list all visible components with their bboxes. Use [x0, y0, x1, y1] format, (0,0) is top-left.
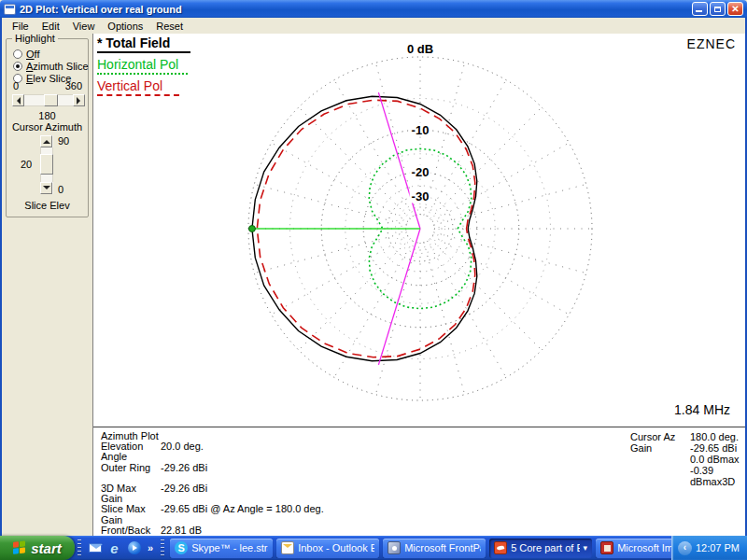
start-button[interactable]: start	[0, 536, 75, 560]
menu-edit[interactable]: Edit	[35, 20, 66, 33]
radio-off-dot	[13, 49, 22, 59]
radio-azimuth-slice[interactable]: Azimuth Slice	[13, 61, 89, 72]
slice-elev-track[interactable]	[40, 147, 53, 182]
slice-elev-thumb[interactable]	[40, 154, 53, 175]
cursor-azimuth-caption: Cursor Azimuth	[7, 121, 88, 133]
quick-launch-bar: e »	[84, 540, 158, 556]
grid-radial-line	[254, 232, 406, 273]
task-label: Microsoft Image C...	[617, 542, 671, 553]
media-player-icon[interactable]	[126, 540, 142, 556]
task-label: Skype™ - lee.stra...	[191, 542, 268, 553]
polar-plot-canvas[interactable]	[93, 34, 745, 425]
cursor-marker-dot[interactable]	[248, 226, 255, 232]
info-value: 20.0 deg.	[161, 441, 204, 462]
radio-off-label: Off	[26, 49, 39, 60]
taskbar-handle[interactable]	[161, 539, 164, 556]
outer-ring-label: 0 dB	[405, 42, 435, 56]
scroll-left-button[interactable]	[12, 94, 24, 106]
clock: 12:07 PM	[696, 542, 740, 553]
tray-collapse-chevron-icon[interactable]: ‹	[678, 541, 692, 555]
quick-launch-overflow-chevron[interactable]: »	[146, 542, 155, 553]
ring-label-20db: -20	[410, 165, 431, 179]
menu-view[interactable]: View	[66, 20, 102, 33]
legend-vertical-pol-line	[97, 94, 179, 96]
grid-radial-line	[428, 80, 507, 217]
task-button-image-composer[interactable]: Microsoft Image C...	[596, 539, 671, 558]
close-icon: ✕	[728, 3, 742, 15]
info-value: -29.65 dBi @ Az Angle = 180.0 deg.	[161, 504, 324, 525]
ie-e-icon: e	[110, 540, 118, 556]
menu-bar: File Edit View Options Reset	[0, 18, 747, 34]
scroll-up-button[interactable]	[40, 135, 52, 147]
title-bar: 2D Plot: Vertical over real ground ✕	[0, 0, 747, 18]
windows-flag-icon	[13, 540, 26, 554]
grid-radial-line	[299, 107, 411, 219]
task-label: 5 Core part of E...	[511, 542, 579, 553]
task-label: Inbox - Outlook E...	[298, 542, 374, 553]
internet-explorer-icon[interactable]: e	[106, 540, 122, 556]
highlight-group-label: Highlight	[12, 33, 58, 44]
grid-radial-line	[430, 239, 543, 351]
radio-elev-slice[interactable]: Elev Slice	[13, 73, 71, 84]
info-row: Gain-29.65 dBi	[630, 442, 745, 454]
info-row: Slice Max Gain-29.65 dBi @ Az Angle = 18…	[101, 504, 332, 525]
task-button-core-document[interactable]: 5 Core part of E... ▾	[489, 539, 592, 558]
task-button-outlook-inbox[interactable]: Inbox - Outlook E...	[276, 539, 379, 558]
outlook-express-icon[interactable]	[87, 540, 103, 556]
grid-radial-line	[430, 107, 543, 219]
info-value: 0.0 dBmax	[690, 454, 740, 465]
grid-radial-line	[433, 232, 585, 273]
azimuth-slider-max-label: 360	[65, 80, 82, 91]
client-area: Highlight Off Azimuth Slice Elev Slice 0…	[0, 34, 747, 536]
up-arrow-icon	[43, 136, 50, 144]
menu-options[interactable]: Options	[101, 20, 149, 33]
radio-azimuth-slice-label: Azimuth Slice	[26, 61, 89, 72]
legend-horizontal-pol-line	[97, 73, 188, 75]
image-composer-icon	[600, 541, 613, 554]
slice-elev-caption: Slice Elev	[7, 200, 88, 211]
play-circle-icon	[128, 541, 141, 554]
restore-button[interactable]	[710, 2, 726, 16]
minimize-button[interactable]	[692, 2, 708, 16]
plot-and-info-area: * Total Field Horizontal Pol Vertical Po…	[92, 34, 745, 536]
menu-reset[interactable]: Reset	[149, 20, 190, 33]
scroll-down-button[interactable]	[40, 182, 52, 194]
beamwidth-marker-line	[378, 92, 420, 229]
legend-total-field-line	[97, 51, 190, 53]
dropdown-chevron-icon[interactable]: ▾	[584, 543, 588, 553]
cursor-azimuth-scrollbar[interactable]	[12, 94, 85, 106]
cursor-azimuth-track[interactable]	[24, 94, 73, 106]
envelope-icon	[89, 543, 102, 553]
info-label: Gain	[630, 442, 690, 454]
polar-plot-panel[interactable]: * Total Field Horizontal Pol Vertical Po…	[93, 34, 745, 427]
cursor-readout: Cursor Az180.0 deg.Gain-29.65 dBi 0.0 dB…	[630, 431, 745, 487]
info-value: -0.39 dBmax3D	[690, 465, 745, 487]
cursor-azimuth-thumb[interactable]	[44, 94, 58, 106]
task-button-frontpage[interactable]: Microsoft FrontPa...	[383, 539, 486, 558]
close-button[interactable]: ✕	[727, 2, 743, 16]
radio-off[interactable]: Off	[13, 49, 39, 60]
frequency-label: 1.84 MHz	[674, 402, 730, 417]
info-value: -29.26 dBi	[161, 483, 207, 504]
frontpage-icon	[388, 541, 401, 554]
highlight-groupbox: Highlight Off Azimuth Slice Elev Slice 0…	[6, 38, 89, 217]
task-button-skype[interactable]: S Skype™ - lee.stra...	[170, 539, 273, 558]
menu-file[interactable]: File	[6, 20, 35, 33]
grid-radial-line	[432, 143, 569, 222]
grid-radial-line	[424, 242, 465, 394]
azimuth-slider-min-label: 0	[13, 80, 19, 91]
ring-label-30db: -30	[410, 189, 431, 203]
info-row: Outer Ring-29.26 dBi	[101, 463, 332, 473]
info-label: Outer Ring	[101, 463, 161, 473]
cursor-azimuth-value: 180	[7, 110, 88, 121]
scroll-right-button[interactable]	[73, 94, 85, 106]
beamwidth-marker-line	[378, 229, 420, 365]
restore-icon	[714, 7, 721, 12]
task-label: Microsoft FrontPa...	[404, 542, 481, 553]
slice-elev-scrollbar[interactable]	[40, 135, 53, 194]
quick-launch-handle[interactable]	[78, 539, 81, 556]
eznec-logo: EZNEC	[687, 36, 736, 51]
slice-elev-value: 20	[21, 159, 32, 170]
info-label: Elevation Angle	[101, 441, 161, 462]
info-label	[630, 454, 690, 465]
